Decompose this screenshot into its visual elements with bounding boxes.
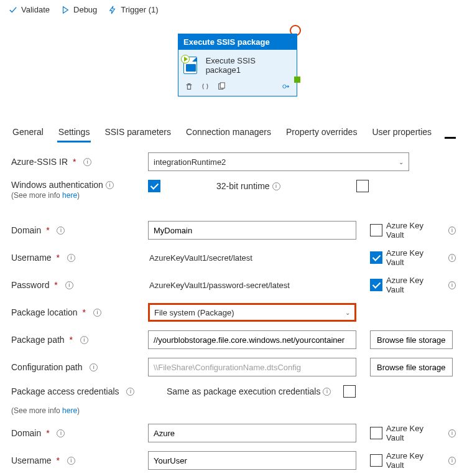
- validate-label: Validate: [21, 5, 50, 14]
- config-path-label: Configuration path i: [11, 362, 148, 372]
- trigger-button[interactable]: Trigger (1): [108, 5, 158, 14]
- package-path-label: Package path * i: [11, 335, 148, 345]
- tab-general[interactable]: General: [11, 123, 45, 142]
- password-akv-checkbox[interactable]: [370, 279, 382, 291]
- info-icon[interactable]: i: [90, 363, 98, 371]
- info-icon[interactable]: i: [93, 309, 101, 317]
- browse-package-path-button[interactable]: Browse file storage: [370, 330, 453, 349]
- copy-icon[interactable]: [217, 82, 226, 91]
- check-icon: [9, 6, 17, 14]
- akv-label: Azure Key Vault: [386, 221, 438, 240]
- package-location-select[interactable]: File system (Package)⌄: [148, 303, 356, 322]
- runtime-32-label: 32-bit runtime i: [216, 181, 280, 191]
- windows-auth-checkbox[interactable]: [148, 180, 160, 192]
- domain2-label: Domain * i: [11, 428, 148, 438]
- see-more-info: (See more info here): [11, 406, 148, 415]
- play-outline-icon: [61, 6, 70, 14]
- svg-point-2: [283, 85, 286, 88]
- akv-label: Azure Key Vault: [386, 424, 438, 442]
- activity-card-title: Execute SSIS package: [178, 34, 297, 50]
- info-icon[interactable]: i: [57, 429, 65, 437]
- tab-property-overrides[interactable]: Property overrides: [285, 123, 358, 142]
- username2-label: Username * i: [11, 455, 148, 465]
- tab-user-properties[interactable]: User properties: [371, 123, 433, 142]
- config-path-input[interactable]: [148, 358, 356, 376]
- tab-settings[interactable]: Settings: [57, 123, 91, 142]
- trigger-label: Trigger (1): [121, 5, 158, 14]
- username2-akv-checkbox[interactable]: [370, 454, 382, 467]
- info-icon[interactable]: i: [448, 457, 456, 465]
- activity-card[interactable]: Execute SSIS package Execute SSIS packag…: [178, 34, 297, 96]
- info-icon[interactable]: i: [272, 182, 280, 190]
- same-as-label: Same as package execution credentials i: [167, 386, 331, 396]
- domain-label: Domain * i: [11, 225, 148, 235]
- expand-arrow-icon[interactable]: [282, 82, 290, 91]
- info-icon[interactable]: i: [67, 457, 75, 465]
- svg-rect-1: [220, 83, 224, 88]
- info-icon[interactable]: i: [448, 226, 456, 235]
- password-secret-ref: AzureKeyVault1/password-secret/latest: [148, 281, 290, 290]
- tab-overflow-marker: [445, 137, 456, 139]
- domain-akv-checkbox[interactable]: [370, 224, 382, 236]
- debug-label: Debug: [73, 5, 97, 14]
- pipeline-canvas[interactable]: Execute SSIS package Execute SSIS packag…: [0, 20, 467, 119]
- info-icon[interactable]: i: [448, 254, 456, 262]
- same-as-checkbox[interactable]: [343, 385, 356, 398]
- password-label: Password * i: [11, 280, 148, 290]
- browse-config-path-button[interactable]: Browse file storage: [370, 358, 453, 376]
- akv-label: Azure Key Vault: [386, 276, 438, 294]
- info-icon[interactable]: i: [106, 181, 114, 189]
- package-path-input[interactable]: [148, 330, 356, 349]
- username-secret-ref: AzureKeyVault1/secret/latest: [148, 253, 252, 263]
- domain2-akv-checkbox[interactable]: [370, 427, 382, 439]
- domain2-input[interactable]: [148, 424, 356, 442]
- validate-button[interactable]: Validate: [9, 5, 50, 14]
- info-icon[interactable]: i: [57, 226, 65, 235]
- info-icon[interactable]: i: [448, 281, 456, 289]
- username-akv-checkbox[interactable]: [370, 251, 382, 264]
- ssis-package-icon: [183, 57, 201, 74]
- windows-auth-label: Windows authentication i (See more info …: [11, 180, 148, 200]
- output-handle[interactable]: [294, 77, 300, 83]
- code-icon[interactable]: [201, 82, 210, 91]
- delete-icon[interactable]: [185, 82, 193, 91]
- tab-connection-managers[interactable]: Connection managers: [185, 123, 272, 142]
- package-location-label: Package location * i: [11, 307, 148, 317]
- bolt-icon: [108, 6, 117, 14]
- info-link[interactable]: here: [62, 406, 77, 415]
- info-icon[interactable]: i: [80, 336, 88, 344]
- tab-ssis-parameters[interactable]: SSIS parameters: [103, 123, 172, 142]
- username2-input[interactable]: [148, 451, 356, 470]
- info-icon[interactable]: i: [448, 429, 456, 437]
- username-label: Username * i: [11, 253, 148, 263]
- domain-input[interactable]: [148, 221, 356, 240]
- runtime-32-checkbox[interactable]: [356, 180, 369, 192]
- package-access-label: Package access credentials i: [11, 386, 148, 396]
- info-icon[interactable]: i: [126, 388, 134, 396]
- info-icon[interactable]: i: [83, 158, 91, 166]
- azure-ssis-ir-label: Azure-SSIS IR * i: [11, 157, 148, 167]
- activity-name: Execute SSIS package1: [206, 56, 292, 75]
- info-icon[interactable]: i: [323, 388, 331, 396]
- info-icon[interactable]: i: [67, 254, 75, 262]
- akv-label: Azure Key Vault: [386, 451, 438, 470]
- azure-ssis-ir-select[interactable]: integrationRuntime2⌄: [148, 152, 409, 171]
- debug-button[interactable]: Debug: [61, 5, 97, 14]
- info-icon[interactable]: i: [65, 281, 73, 289]
- tab-bar: General Settings SSIS parameters Connect…: [0, 123, 445, 142]
- akv-label: Azure Key Vault: [386, 248, 438, 267]
- info-link[interactable]: here: [62, 191, 77, 200]
